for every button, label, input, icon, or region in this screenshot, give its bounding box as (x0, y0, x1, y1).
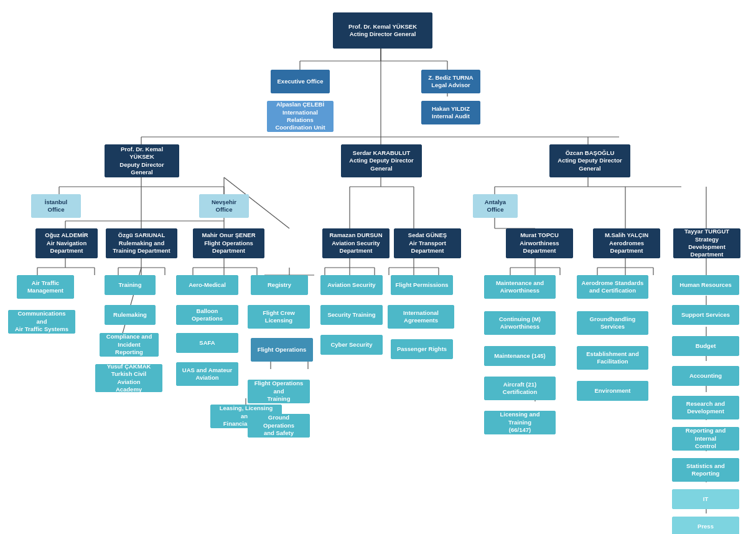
org-chart: Prof. Dr. Kemal YÜKSEK Acting Director G… (3, 6, 756, 534)
humanres-node: Human Resources (672, 275, 739, 295)
maintenance145-node: Maintenance (145) (484, 346, 556, 366)
comms-node: Communications and Air Traffic Systems (8, 310, 75, 334)
yusuf-node: Yusuf ÇAKMAK Turkish Civil Aviation Acad… (95, 364, 162, 392)
aviationsec-node: Aviation Security (320, 275, 383, 295)
rulemaking-node: Rulemaking (105, 305, 156, 325)
atm-node: Air Traffic Management (17, 275, 74, 299)
research-node: Research and Development (672, 396, 739, 419)
registry-node: Registry (251, 275, 308, 295)
licensing-training-node: Licensing and Training (66/147) (484, 411, 556, 434)
aeromedical-node: Aero-Medical (176, 275, 238, 295)
antalya-node: Antalya Office (473, 194, 518, 218)
groundhandling-node: Groundhandling Services (577, 311, 648, 335)
press-node: Press (672, 517, 739, 534)
balloon-node: Balloon Operations (176, 305, 238, 325)
establishment-node: Establishment and Facilitation (577, 346, 648, 370)
support-node: Support Services (672, 305, 739, 325)
ramazan-dept-node: Ramazan DURSUN Aviation Security Departm… (322, 228, 390, 258)
flightopstraining-node: Flight Operations and Training (248, 380, 310, 403)
compliance-node: Compliance and Incident Reporting (100, 333, 159, 357)
connector-lines (3, 6, 756, 534)
passrights-node: Passenger Rights (391, 339, 453, 359)
flightops-node: Flight Operations (251, 338, 313, 362)
training-node: Training (105, 275, 156, 295)
aerostandards-node: Aerodrome Standards and Certification (577, 275, 648, 299)
groundops-node: Ground Operations and Safety (248, 414, 310, 438)
ddg2-node: Serdar KARABULUT Acting Deputy Director … (341, 144, 422, 177)
intlagreements-node: International Agreements (388, 305, 454, 329)
hakan-node: Hakan YILDIZ Internal Audit (421, 101, 480, 124)
ddg3-node: Özcan BAŞOĞLU Acting Deputy Director Gen… (549, 144, 630, 177)
ozgu-dept-node: Özgü SARIUNAL Rulemaking and Training De… (106, 228, 177, 258)
ddg1-node: Prof. Dr. Kemal YÜKSEK Deputy Director G… (105, 144, 179, 177)
legal-advisor-node: Z. Bediz TURNA Legal Advisor (421, 70, 480, 93)
reporting-node: Reporting and Internal Control (672, 427, 739, 451)
safa-node: SAFA (176, 333, 238, 353)
environment-node: Environment (577, 381, 648, 401)
aircraft21-node: Aircraft (21) Certification (484, 377, 556, 400)
istanbul-node: İstanbul Office (31, 194, 81, 218)
statistics-node: Statistics and Reporting (672, 458, 739, 482)
continuing-m-node: Continuing (M) Airworthiness (484, 311, 556, 335)
tayyar-dept-node: Tayyar TURGUT Strategy Development Depar… (673, 228, 740, 258)
maintenance-air-node: Maintenance and Airworthiness (484, 275, 556, 299)
nevsehir-node: Nevşehir Office (199, 194, 249, 218)
flightperm-node: Flight Permissions (391, 275, 453, 295)
uas-node: UAS and Amateur Aviation (176, 362, 238, 386)
executive-office-node: Executive Office (271, 70, 330, 93)
ouz-dept-node: Oğuz ALDEMİR Air Navigation Department (35, 228, 98, 258)
accounting-node: Accounting (672, 366, 739, 386)
sedat-dept-node: Sedat GÜNEŞ Air Transport Department (394, 228, 461, 258)
sectraining-node: Security Training (320, 305, 383, 325)
mahir-dept-node: Mahir Onur ŞENER Flight Operations Depar… (193, 228, 264, 258)
murat-dept-node: Murat TOPCU Airworthiness Department (506, 228, 573, 258)
director-general-node: Prof. Dr. Kemal YÜKSEK Acting Director G… (333, 12, 432, 49)
budget-node: Budget (672, 336, 739, 356)
cybersec-node: Cyber Security (320, 335, 383, 355)
flightcrew-node: Flight Crew Licensing (248, 305, 310, 329)
it-node: IT (672, 489, 739, 509)
alpaslan-node: Alpaslan ÇELEBİ International Relations … (267, 101, 334, 132)
msalih-dept-node: M.Salih YALÇIN Aerodromes Department (593, 228, 660, 258)
